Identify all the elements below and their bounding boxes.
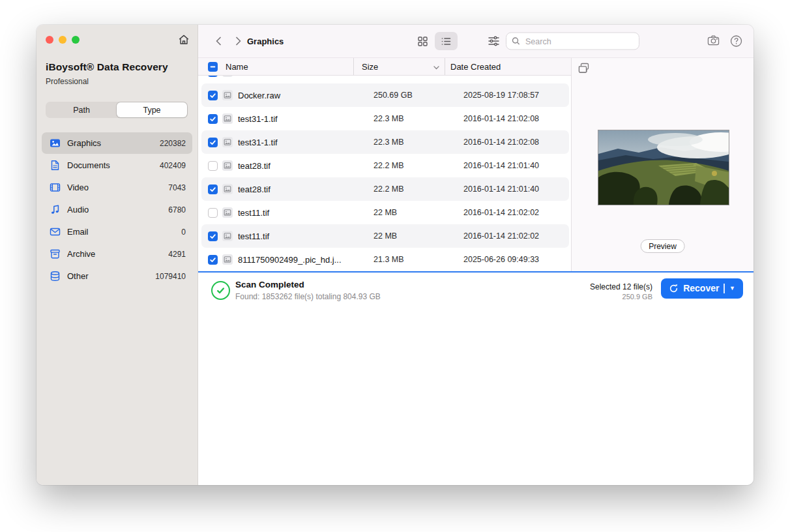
row-checkbox[interactable] xyxy=(208,208,218,218)
sidebar-item-graphics[interactable]: Graphics220382 xyxy=(42,132,192,154)
file-date: 2016-01-14 21:01:40 xyxy=(458,161,569,170)
file-size: 250.69 GB xyxy=(366,91,458,100)
row-checkbox[interactable] xyxy=(208,185,218,194)
sidebar: iBoysoft® Data Recovery Professional Pat… xyxy=(37,25,198,485)
file-date: 2016-01-14 21:02:02 xyxy=(458,208,569,217)
column-header-name[interactable]: Name xyxy=(226,58,354,75)
file-size: 22 MB xyxy=(366,208,458,217)
close-button[interactable] xyxy=(46,36,53,44)
path-type-segmented-control: Path Type xyxy=(46,102,188,118)
table-row[interactable]: teat28.tif22.2 MB2016-01-14 21:01:40 xyxy=(201,154,569,177)
page-title: Graphics xyxy=(247,37,284,46)
recover-icon xyxy=(669,284,679,293)
scan-status-detail: Found: 1853262 file(s) totaling 804.93 G… xyxy=(235,292,381,301)
table-row[interactable]: 8111750902499_.pic_hd.j...21.3 MB2025-06… xyxy=(201,248,569,271)
file-icon xyxy=(222,184,233,194)
row-checkbox[interactable] xyxy=(208,138,218,147)
file-date: 2016-01-14 21:02:02 xyxy=(458,231,569,241)
table-row[interactable]: Docker.raw250.69 GB2025-08-19 17:08:57 xyxy=(201,83,569,107)
list-view-button[interactable] xyxy=(435,32,458,50)
file-icon xyxy=(222,160,233,171)
minimize-button[interactable] xyxy=(59,36,66,44)
table-row[interactable]: test11.tif22 MB2016-01-14 21:02:02 xyxy=(201,224,569,248)
zoom-button[interactable] xyxy=(72,36,80,44)
sidebar-item-other[interactable]: Other1079410 xyxy=(42,265,192,287)
graphics-icon xyxy=(50,138,61,149)
grid-view-button[interactable] xyxy=(411,32,434,50)
file-size: 22.2 MB xyxy=(366,185,458,194)
archive-icon xyxy=(50,248,61,259)
email-icon xyxy=(50,226,61,237)
sidebar-item-count: 4291 xyxy=(168,250,186,259)
sidebar-item-label: Graphics xyxy=(67,138,160,148)
preview-panel: Preview Wallpaper.png Size:13.7 MBDate C… xyxy=(571,58,753,271)
selected-count: Selected 12 file(s) xyxy=(590,282,652,291)
file-date: 2025-08-19 17:08:57 xyxy=(458,91,569,100)
sort-chevron-icon xyxy=(433,62,439,72)
file-icon xyxy=(222,113,233,124)
sidebar-item-label: Documents xyxy=(67,160,160,170)
sidebar-item-count: 402409 xyxy=(160,161,186,170)
file-name: teat28.tif xyxy=(238,185,366,194)
image-thumbnail[interactable] xyxy=(598,130,729,205)
search-input[interactable] xyxy=(524,36,634,46)
video-icon xyxy=(50,182,61,193)
forward-chevron-icon[interactable] xyxy=(233,36,243,46)
row-checkbox[interactable] xyxy=(208,114,218,124)
sidebar-item-count: 0 xyxy=(181,228,186,237)
tab-path[interactable]: Path xyxy=(46,102,117,117)
back-chevron-icon[interactable] xyxy=(214,36,224,46)
file-list-viewport[interactable]: Docker.raw250.69 GB2025-08-19 17:08:57Do… xyxy=(198,76,571,271)
table-row[interactable]: Docker.raw250.69 GB2025-08-19 17:08:57 xyxy=(201,76,569,83)
sidebar-item-audio[interactable]: Audio6780 xyxy=(42,199,192,220)
help-icon[interactable] xyxy=(730,35,742,48)
preview-button[interactable]: Preview xyxy=(640,239,685,253)
home-icon[interactable] xyxy=(178,34,190,46)
table-row[interactable]: test11.tif22 MB2016-01-14 21:02:02 xyxy=(201,201,569,224)
file-size: 22 MB xyxy=(366,231,458,241)
recover-label: Recover xyxy=(683,283,719,293)
file-size: 250.69 GB xyxy=(366,76,458,76)
column-header-size[interactable]: Size xyxy=(354,58,445,75)
file-date: 2016-01-14 21:02:08 xyxy=(458,138,569,147)
tab-type[interactable]: Type xyxy=(117,102,187,117)
file-icon xyxy=(222,254,233,265)
table-row[interactable]: test31-1.tif22.3 MB2016-01-14 21:02:08 xyxy=(201,130,569,154)
file-icon xyxy=(222,207,233,218)
file-table: Name Size Date Created Docker.raw250.69 … xyxy=(198,58,571,271)
recover-dropdown-caret[interactable]: ▼ xyxy=(729,286,735,291)
row-checkbox[interactable] xyxy=(208,161,218,171)
recover-button[interactable]: Recover ▼ xyxy=(661,278,743,299)
table-row[interactable]: teat28.tif22.2 MB2016-01-14 21:01:40 xyxy=(201,177,569,201)
select-all-checkbox[interactable] xyxy=(208,62,218,72)
file-name: test11.tif xyxy=(238,231,366,241)
file-size: 21.3 MB xyxy=(366,255,458,264)
file-date: 2025-06-26 09:49:33 xyxy=(458,255,569,264)
column-header-size-label: Size xyxy=(362,62,378,72)
app-title: iBoysoft® Data Recovery xyxy=(46,61,168,73)
row-checkbox[interactable] xyxy=(208,231,218,241)
file-date: 2025-08-19 17:08:57 xyxy=(458,76,569,76)
dual-window-icon[interactable] xyxy=(578,63,589,74)
search-field[interactable] xyxy=(506,33,639,50)
row-checkbox[interactable] xyxy=(208,255,218,265)
sidebar-item-video[interactable]: Video7043 xyxy=(42,177,192,198)
sidebar-item-email[interactable]: Email0 xyxy=(42,221,192,243)
scan-status-title: Scan Completed xyxy=(235,280,304,289)
file-name: test11.tif xyxy=(238,208,366,218)
documents-icon xyxy=(50,160,61,171)
camera-icon[interactable] xyxy=(707,35,720,48)
recover-button-divider xyxy=(724,284,725,293)
column-header-date[interactable]: Date Created xyxy=(445,62,571,72)
sidebar-item-label: Other xyxy=(67,271,155,281)
file-size: 22.2 MB xyxy=(366,161,458,170)
filter-icon[interactable] xyxy=(488,35,500,48)
sidebar-item-archive[interactable]: Archive4291 xyxy=(42,243,192,265)
row-checkbox[interactable] xyxy=(208,76,218,77)
sidebar-item-documents[interactable]: Documents402409 xyxy=(42,155,192,176)
file-icon xyxy=(222,76,233,77)
content-area: Name Size Date Created Docker.raw250.69 … xyxy=(198,57,753,271)
table-row[interactable]: test31-1.tif22.3 MB2016-01-14 21:02:08 xyxy=(201,107,569,130)
file-name: Docker.raw xyxy=(238,91,366,100)
row-checkbox[interactable] xyxy=(208,91,218,100)
